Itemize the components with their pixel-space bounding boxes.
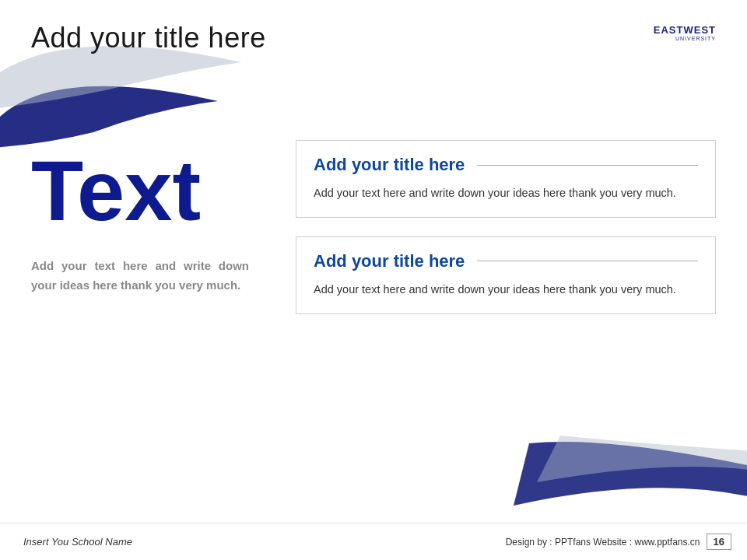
logo-line2: UNIVERSITY (675, 36, 716, 41)
right-column: Add your title here Add your text here a… (280, 140, 747, 517)
slide-title: Add your title here (31, 22, 266, 54)
footer: Insert You School Name Design by : PPTfa… (0, 523, 747, 560)
card-1-title-row: Add your title here (314, 155, 698, 175)
header: Add your title here EASTWEST UNIVERSITY (31, 22, 716, 54)
card-1: Add your title here Add your text here a… (296, 140, 716, 218)
card-2-title-line (477, 261, 698, 261)
card-1-title: Add your title here (314, 155, 465, 175)
main-content: Text Add your text here and write down y… (0, 140, 747, 517)
footer-right: Design by : PPTfans Website : www.pptfan… (506, 534, 731, 550)
card-2: Add your title here Add your text here a… (296, 236, 716, 314)
card-2-title: Add your title here (314, 251, 465, 271)
big-word: Text (31, 148, 249, 233)
card-2-title-row: Add your title here (314, 251, 698, 271)
footer-design-credit: Design by : PPTfans Website : www.pptfan… (506, 537, 700, 548)
card-1-body: Add your text here and write down your i… (314, 184, 698, 203)
footer-school-name: Insert You School Name (23, 536, 132, 548)
left-body-text: Add your text here and write down your i… (31, 257, 249, 296)
card-2-body: Add your text here and write down your i… (314, 281, 698, 299)
left-column: Text Add your text here and write down y… (0, 140, 280, 517)
card-1-title-line (477, 165, 698, 166)
logo-line1: EASTWEST (654, 25, 716, 36)
page-number: 16 (707, 534, 731, 550)
slide: Add your title here EASTWEST UNIVERSITY … (0, 0, 747, 560)
logo: EASTWEST UNIVERSITY (654, 25, 716, 41)
